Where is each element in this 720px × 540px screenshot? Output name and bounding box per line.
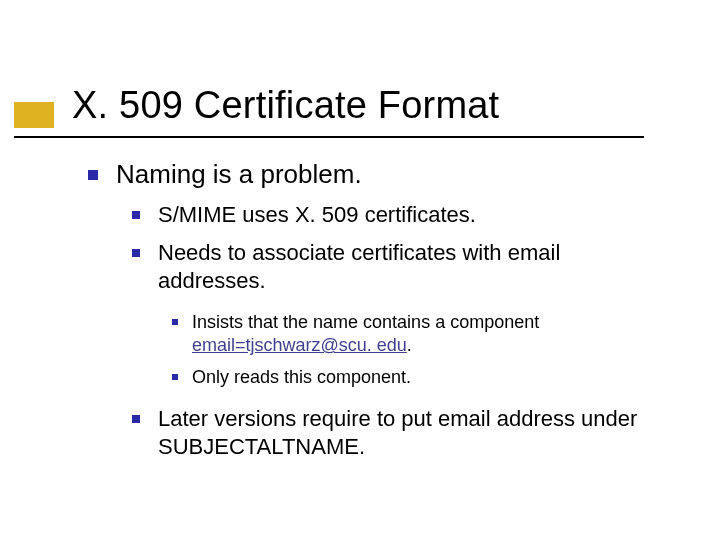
bullet-text: Later versions require to put email addr…: [158, 406, 637, 459]
title-rule: [14, 136, 644, 138]
square-bullet-icon: [132, 249, 140, 257]
square-bullet-icon: [132, 415, 140, 423]
slide: X. 509 Certificate Format Naming is a pr…: [0, 0, 720, 540]
bullet-level1: Naming is a problem.: [72, 158, 672, 191]
bullet-level2: Needs to associate certificates with ema…: [116, 239, 672, 295]
bullet-level3: Only reads this component.: [158, 366, 672, 389]
bullet-level2: S/MIME uses X. 509 certificates.: [116, 201, 672, 229]
square-bullet-icon: [88, 170, 98, 180]
bullet-level3: Insists that the name contains a compone…: [158, 311, 672, 358]
bullet-text: S/MIME uses X. 509 certificates.: [158, 202, 476, 227]
bullet-level2: Later versions require to put email addr…: [116, 405, 672, 461]
email-link[interactable]: email=tjschwarz@scu. edu: [192, 335, 407, 355]
bullet-text: Only reads this component.: [192, 367, 411, 387]
square-bullet-icon: [132, 211, 140, 219]
slide-body: Naming is a problem. S/MIME uses X. 509 …: [72, 158, 672, 465]
bullet-text-post: .: [407, 335, 412, 355]
square-bullet-icon: [172, 319, 178, 325]
bullet-text: Naming is a problem.: [116, 159, 362, 189]
bullet-text-pre: Insists that the name contains a compone…: [192, 312, 539, 332]
slide-title: X. 509 Certificate Format: [72, 84, 499, 127]
bullet-text: Needs to associate certificates with ema…: [158, 240, 560, 293]
accent-block: [14, 102, 54, 128]
square-bullet-icon: [172, 374, 178, 380]
